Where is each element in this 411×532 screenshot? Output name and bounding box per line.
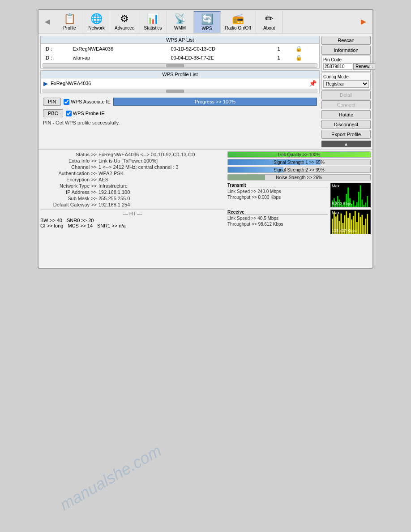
wps-profile-list-title: WPS Profile List: [41, 71, 319, 78]
transmit-throughput-row: Throughput >> 0.000 Kbps: [227, 195, 328, 200]
tab-wps[interactable]: 🔄WPS: [194, 11, 221, 33]
wps-buttons-row: PIN WPS Associate IE Progress >> 100%: [40, 96, 320, 107]
tab-label-wmm: WMM: [174, 26, 186, 30]
profile-scrollbar-thumb: [166, 90, 184, 93]
status-label: Channel >>: [40, 164, 98, 170]
status-row: Channel >> 1 <--> 2412 MHz; central chan…: [40, 164, 225, 170]
tab-icon-about: ✏: [265, 13, 273, 25]
receive-row: Receive Link Speed >> 40.5 Mbps Throughp…: [227, 210, 371, 234]
pin-code-title: Pin Code: [323, 57, 369, 62]
back-button[interactable]: ◄: [39, 11, 56, 33]
export-profile-button[interactable]: Export Profile: [321, 130, 371, 139]
tab-label-wps: WPS: [202, 26, 212, 31]
tab-about[interactable]: ✏About: [256, 11, 283, 33]
status-row: Default Gateway >> 192.168.1.254: [40, 202, 225, 208]
wps-pbc-row: PBC WPS Probe IE: [40, 107, 320, 119]
ap-ssid: ExRegNWEA4036: [70, 45, 167, 53]
bottom-panel: Status >> ExRegNWEA4036 <--> 00-1D-92-C0…: [39, 149, 372, 236]
pin-code-section: Pin Code Renew...: [321, 56, 371, 72]
ht-gi: GI >> long: [40, 223, 63, 228]
ht-snr0: SNR0 >> 20: [67, 218, 94, 223]
rescan-button[interactable]: Rescan: [321, 36, 371, 45]
ht-mcs: MCS >> 14: [68, 223, 93, 228]
profile-name: ExRegNWEA4036: [51, 81, 91, 86]
probe-ie-item: WPS Probe IE: [66, 111, 105, 116]
connect-button[interactable]: Connect: [321, 100, 371, 109]
status-row: Network Type >> Infrastructure: [40, 183, 225, 189]
tab-icon-network: 🌐: [90, 13, 103, 25]
profile-arrow-icon: ▶: [43, 80, 48, 87]
progress-text: Progress >> 100%: [195, 99, 235, 104]
transmit-link-speed: Link Speed >> 243.0 Mbps: [227, 189, 281, 194]
tab-label-about: About: [263, 26, 275, 30]
tab-profile[interactable]: 📋Profile: [56, 11, 83, 33]
pin-input-row: Renew...: [323, 63, 369, 70]
svg-rect-20: [367, 196, 368, 207]
svg-rect-12: [353, 201, 354, 207]
detail-button[interactable]: Detail: [321, 90, 371, 99]
signal2-label: Signal Strength 2 >> 39%: [228, 167, 370, 173]
svg-rect-17: [361, 200, 363, 207]
tab-icon-profile: 📋: [64, 13, 76, 25]
transmit-title: Transmit: [227, 183, 328, 188]
renew-button[interactable]: Renew...: [353, 63, 375, 70]
tab-icon-statistics: 📊: [147, 13, 159, 25]
status-value: AES: [98, 177, 108, 182]
ap-row-0[interactable]: ID : ExRegNWEA4036 00-1D-9Z-C0-13-CD 1 🔒: [42, 45, 318, 53]
probe-ie-checkbox[interactable]: [66, 111, 72, 116]
status-row: Extra Info >> Link is Up [TxPower:100%]: [40, 158, 225, 164]
transmit-link-speed-row: Link Speed >> 243.0 Mbps: [227, 189, 328, 194]
tab-network[interactable]: 🌐Network: [83, 11, 110, 33]
config-mode-select[interactable]: RegistrarEnrollee: [323, 80, 369, 88]
pbc-button[interactable]: PBC: [43, 109, 63, 117]
ap-val: 1: [275, 54, 292, 62]
ht-title: — HT —: [40, 211, 225, 216]
information-button[interactable]: Information: [321, 46, 371, 55]
forward-button[interactable]: ►: [355, 11, 372, 33]
probe-ie-label: WPS Probe IE: [73, 111, 105, 116]
svg-rect-40: [365, 219, 366, 234]
svg-rect-18: [363, 205, 364, 207]
pin-button[interactable]: PIN: [43, 98, 61, 106]
tab-advanced[interactable]: ⚙Advanced: [110, 11, 139, 33]
scrollbar-thumb: [166, 64, 184, 68]
associate-ie-label: WPS Associate IE: [71, 99, 111, 104]
svg-rect-13: [355, 206, 356, 207]
profile-scrollbar-h[interactable]: [43, 89, 317, 93]
link-quality-bg: Link Quality >> 100%: [227, 151, 371, 158]
tab-label-network: Network: [88, 26, 105, 30]
ap-table: ID : ExRegNWEA4036 00-1D-9Z-C0-13-CD 1 🔒…: [41, 44, 319, 63]
wps-ap-list-title: WPS AP List: [41, 36, 319, 44]
status-value: ExRegNWEA4036 <--> 00-1D-92-C0-13-CD: [98, 152, 195, 157]
rotate-button[interactable]: Rotate: [321, 110, 371, 119]
disconnect-button[interactable]: Disconnect: [321, 120, 371, 129]
ap-scrollbar-h[interactable]: [43, 63, 317, 68]
associate-ie-checkbox[interactable]: [64, 99, 69, 105]
profile-pin-icon: 📌: [309, 80, 317, 87]
associate-ie-item: WPS Associate IE: [64, 99, 111, 105]
tab-radio[interactable]: 📻Radio On/Off: [221, 11, 256, 33]
expand-button[interactable]: ▲: [321, 141, 371, 147]
svg-rect-15: [358, 192, 360, 207]
status-value: 1 <--> 2412 MHz; central channel : 3: [98, 164, 179, 170]
status-row: IP Address >> 192.168.1.100: [40, 189, 225, 195]
svg-rect-14: [356, 202, 358, 207]
pin-input[interactable]: [323, 63, 352, 70]
main-content: WPS AP List ID : ExRegNWEA4036 00-1D-9Z-…: [39, 34, 372, 149]
transmit-receive: Transmit Link Speed >> 243.0 Mbps Throug…: [227, 183, 371, 207]
ap-row-1[interactable]: ID : wlan-ap 00-04-ED-38-F7-2E 1 🔒: [42, 54, 318, 62]
ap-ssid: wlan-ap: [70, 54, 167, 62]
tab-wmm[interactable]: 📡WMM: [167, 11, 194, 33]
status-row: Authentication >> WPA2-PSK: [40, 170, 225, 176]
receive-title: Receive: [227, 210, 328, 215]
progress-bar: Progress >> 100%: [113, 98, 317, 106]
svg-rect-16: [360, 185, 361, 207]
link-quality-bar: Link Quality >> 100%: [227, 151, 371, 158]
status-label: IP Address >>: [40, 189, 98, 195]
signal2-bar: Signal Strength 2 >> 39%: [227, 167, 371, 173]
status-value: Link is Up [TxPower:100%]: [98, 158, 158, 163]
signal1-bg: Signal Strength 1 >> 65%: [227, 159, 371, 165]
tab-statistics[interactable]: 📊Statistics: [139, 11, 167, 33]
profile-row[interactable]: ▶ ExRegNWEA4036 📌: [41, 78, 319, 88]
wps-ap-list-panel: WPS AP List ID : ExRegNWEA4036 00-1D-9Z-…: [40, 36, 320, 69]
